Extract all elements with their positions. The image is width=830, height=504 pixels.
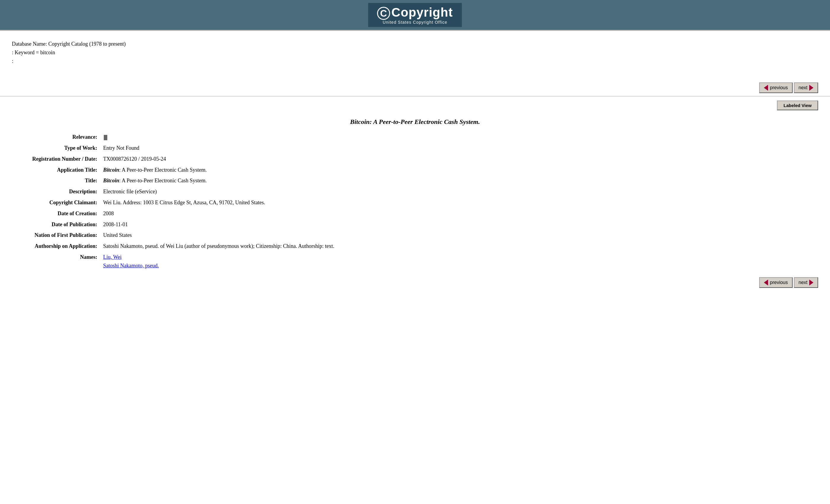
bottom-nav-bar: previous next <box>0 271 830 294</box>
application-title-italic: Bitcoin <box>103 167 119 173</box>
date-of-publication-row: Date of Publication: 2008-11-01 <box>0 219 830 230</box>
authorship-row: Authorship on Application: Satoshi Nakam… <box>0 241 830 252</box>
keyword-line: : Keyword = bitcoin <box>12 48 403 57</box>
registration-value: TX0008726120 / 2019-05-24 <box>101 154 830 164</box>
page-header: CCopyright United States Copyright Offic… <box>0 0 830 31</box>
extra-line: : <box>12 57 403 65</box>
application-title-label: Application Title: <box>0 164 101 176</box>
relevance-value <box>101 132 830 143</box>
bottom-next-button[interactable]: next <box>794 277 818 288</box>
title-row: Title: Bitcoin: A Peer-to-Peer Electroni… <box>0 175 830 186</box>
bottom-previous-arrow-icon <box>764 280 768 285</box>
type-of-work-value: Entry Not Found <box>101 143 830 154</box>
nation-label: Nation of First Publication: <box>0 230 101 241</box>
date-of-publication-value: 2008-11-01 <box>101 219 830 230</box>
previous-arrow-icon <box>764 85 768 91</box>
title-label: Title: <box>0 175 101 186</box>
registration-row: Registration Number / Date: TX0008726120… <box>0 154 830 164</box>
authorship-value: Satoshi Nakamoto, pseud. of Wei Liu (aut… <box>101 241 830 252</box>
bottom-previous-button[interactable]: previous <box>759 277 792 288</box>
date-of-creation-label: Date of Creation: <box>0 208 101 219</box>
name2-link[interactable]: Satoshi Nakamoto, pseud. <box>103 263 159 269</box>
relevance-bar-icon <box>104 135 107 140</box>
main-content: Database Name: Copyright Catalog (1978 t… <box>0 31 415 80</box>
relevance-row: Relevance: <box>0 132 830 143</box>
names-row: Names: Liu, Wei Satoshi Nakamoto, pseud. <box>0 252 830 271</box>
nation-row: Nation of First Publication: United Stat… <box>0 230 830 241</box>
database-name: Database Name: Copyright Catalog (1978 t… <box>12 40 403 48</box>
description-value: Electronic file (eService) <box>101 186 830 197</box>
description-label: Description: <box>0 186 101 197</box>
bottom-next-arrow-icon <box>809 280 813 285</box>
database-info: Database Name: Copyright Catalog (1978 t… <box>12 40 403 65</box>
application-title-value: Bitcoin: A Peer-to-Peer Electronic Cash … <box>101 164 830 176</box>
title-rest: : A Peer-to-Peer Electronic Cash System. <box>119 178 207 184</box>
registration-label: Registration Number / Date: <box>0 154 101 164</box>
title-value: Bitcoin: A Peer-to-Peer Electronic Cash … <box>101 175 830 186</box>
next-button[interactable]: next <box>794 83 818 93</box>
type-of-work-row: Type of Work: Entry Not Found <box>0 143 830 154</box>
relevance-label: Relevance: <box>0 132 101 143</box>
top-nav-bar: previous next <box>0 80 830 96</box>
record-title: Bitcoin: A Peer-to-Peer Electronic Cash … <box>0 118 830 126</box>
copyright-claimant-label: Copyright Claimant: <box>0 197 101 208</box>
nation-value: United States <box>101 230 830 241</box>
names-value: Liu, Wei Satoshi Nakamoto, pseud. <box>101 252 830 271</box>
previous-button[interactable]: previous <box>759 83 792 93</box>
date-of-creation-value: 2008 <box>101 208 830 219</box>
description-row: Description: Electronic file (eService) <box>0 186 830 197</box>
names-label: Names: <box>0 252 101 271</box>
logo-title: CCopyright <box>377 5 453 20</box>
labeled-view-button[interactable]: Labeled View <box>777 100 818 110</box>
logo-subtitle: United States Copyright Office <box>383 20 447 25</box>
copyright-claimant-value: Wei Liu. Address: 1003 E Citrus Edge St,… <box>101 197 830 208</box>
copyright-claimant-row: Copyright Claimant: Wei Liu. Address: 10… <box>0 197 830 208</box>
logo-c: C <box>377 7 390 20</box>
title-italic: Bitcoin <box>103 178 119 184</box>
date-of-publication-label: Date of Publication: <box>0 219 101 230</box>
date-of-creation-row: Date of Creation: 2008 <box>0 208 830 219</box>
record-fields-table: Relevance: Type of Work: Entry Not Found… <box>0 132 830 271</box>
type-of-work-label: Type of Work: <box>0 143 101 154</box>
application-title-rest: : A Peer-to-Peer Electronic Cash System. <box>119 167 207 173</box>
name1-link[interactable]: Liu, Wei <box>103 254 122 260</box>
logo-container: CCopyright United States Copyright Offic… <box>368 3 461 27</box>
labeled-view-bar: Labeled View <box>0 96 830 112</box>
application-title-row: Application Title: Bitcoin: A Peer-to-Pe… <box>0 164 830 176</box>
authorship-label: Authorship on Application: <box>0 241 101 252</box>
next-arrow-icon <box>809 85 813 91</box>
